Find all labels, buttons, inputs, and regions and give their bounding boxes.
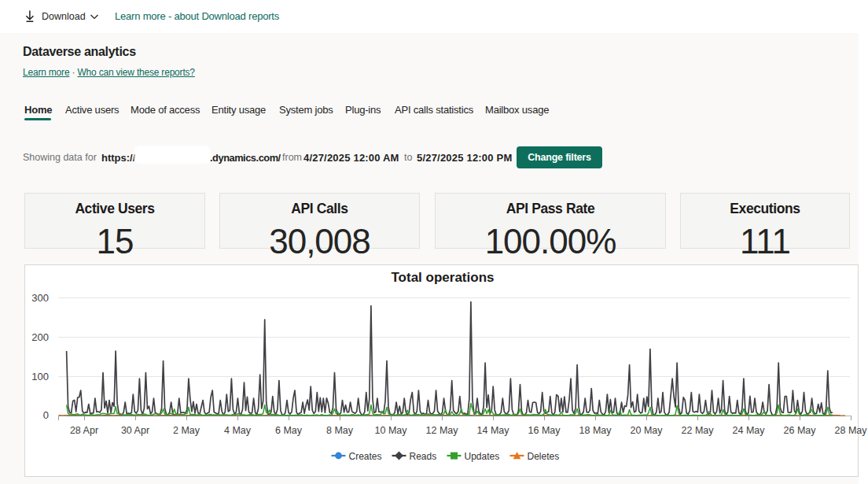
svg-text:4 May: 4 May — [224, 425, 252, 436]
svg-text:0: 0 — [43, 409, 49, 421]
svg-text:28 May: 28 May — [835, 425, 868, 436]
svg-text:28 Apr: 28 Apr — [70, 425, 98, 436]
svg-text:6 May: 6 May — [275, 425, 303, 436]
svg-text:8 May: 8 May — [326, 425, 354, 436]
svg-text:18 May: 18 May — [579, 425, 612, 436]
svg-text:12 May: 12 May — [426, 425, 459, 436]
svg-text:Creates: Creates — [349, 451, 382, 462]
svg-text:10 May: 10 May — [375, 425, 408, 436]
svg-text:100: 100 — [31, 371, 49, 382]
svg-text:30 Apr: 30 Apr — [121, 425, 149, 436]
svg-text:Deletes: Deletes — [528, 451, 560, 462]
svg-text:Reads: Reads — [410, 451, 437, 462]
svg-text:16 May: 16 May — [528, 425, 561, 436]
svg-text:14 May: 14 May — [477, 425, 510, 436]
svg-text:20 May: 20 May — [631, 425, 664, 436]
svg-text:Updates: Updates — [465, 451, 500, 462]
svg-text:300: 300 — [31, 292, 49, 304]
svg-text:24 May: 24 May — [733, 425, 766, 436]
svg-text:26 May: 26 May — [784, 425, 817, 436]
svg-text:22 May: 22 May — [682, 425, 715, 436]
svg-text:Total operations: Total operations — [392, 270, 495, 285]
svg-text:2 May: 2 May — [173, 425, 200, 436]
svg-text:200: 200 — [31, 331, 49, 343]
